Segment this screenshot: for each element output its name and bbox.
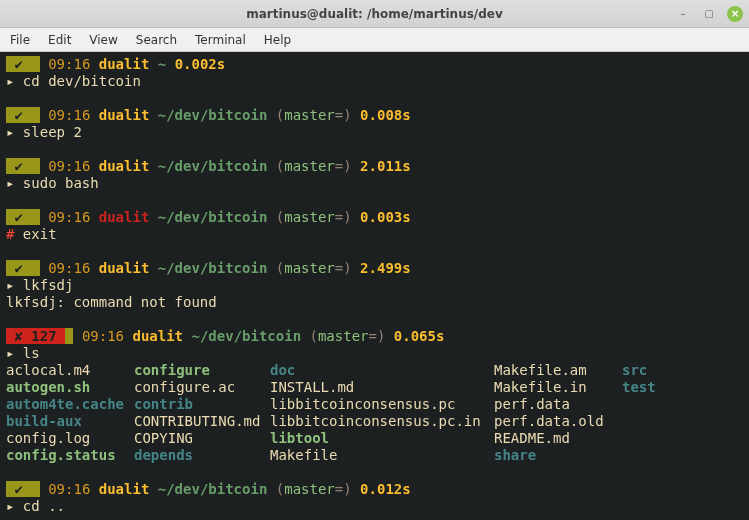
menu-help[interactable]: Help bbox=[264, 33, 291, 47]
command-line: ▸ sudo bash bbox=[6, 175, 743, 192]
minimize-button[interactable]: – bbox=[675, 6, 691, 22]
maximize-button[interactable]: ▢ bbox=[701, 6, 717, 22]
ls-cell: perf.data.old bbox=[494, 413, 622, 430]
ls-cell: share bbox=[494, 447, 622, 464]
ls-cell: Makefile.am bbox=[494, 362, 622, 379]
ls-cell bbox=[622, 447, 682, 464]
prompt-line: ✔ 09:16 dualit ~/dev/bitcoin (master=) 2… bbox=[6, 260, 743, 277]
ls-cell: config.log bbox=[6, 430, 134, 447]
ls-cell: doc bbox=[270, 362, 494, 379]
command-line: ▸ sleep 2 bbox=[6, 124, 743, 141]
ls-cell: libbitcoinconsensus.pc.in bbox=[270, 413, 494, 430]
ls-cell: test bbox=[622, 379, 682, 396]
ls-cell bbox=[622, 396, 682, 413]
ls-cell: depends bbox=[134, 447, 270, 464]
ls-cell: CONTRIBUTING.md bbox=[134, 413, 270, 430]
prompt-line: ✔ 09:16 dualit ~/dev/bitcoin (master=) 0… bbox=[6, 209, 743, 226]
menu-file[interactable]: File bbox=[10, 33, 30, 47]
prompt-line: ✔ 09:16 dualit ~/dev/bitcoin (master=) 0… bbox=[6, 107, 743, 124]
prompt-line: ✔ 09:16 dualit ~ 0.002s bbox=[6, 56, 743, 73]
ls-cell: configure bbox=[134, 362, 270, 379]
ls-cell: autogen.sh bbox=[6, 379, 134, 396]
command-line: ▸ lkfsdj bbox=[6, 277, 743, 294]
menu-view[interactable]: View bbox=[89, 33, 117, 47]
ls-cell: config.status bbox=[6, 447, 134, 464]
prompt-line: ✔ 09:16 dualit ~/dev/bitcoin (master=) 2… bbox=[6, 158, 743, 175]
ls-cell: README.md bbox=[494, 430, 622, 447]
blank-line bbox=[6, 243, 743, 260]
menu-terminal[interactable]: Terminal bbox=[195, 33, 246, 47]
ls-cell: perf.data bbox=[494, 396, 622, 413]
ls-row: build-auxCONTRIBUTING.mdlibbitcoinconsen… bbox=[6, 413, 743, 430]
command-line: # exit bbox=[6, 226, 743, 243]
ls-cell bbox=[622, 413, 682, 430]
ls-cell: build-aux bbox=[6, 413, 134, 430]
command-line: ▸ cd dev/bitcoin bbox=[6, 73, 743, 90]
ls-cell: Makefile.in bbox=[494, 379, 622, 396]
ls-row: config.logCOPYINGlibtoolREADME.md bbox=[6, 430, 743, 447]
command-line: ▸ ls bbox=[6, 345, 743, 362]
ls-row: autogen.shconfigure.acINSTALL.mdMakefile… bbox=[6, 379, 743, 396]
ls-cell: src bbox=[622, 362, 682, 379]
close-button[interactable]: × bbox=[727, 6, 743, 22]
menubar: File Edit View Search Terminal Help bbox=[0, 28, 749, 52]
ls-cell: libtool bbox=[270, 430, 494, 447]
prompt-line: ✘ 127 09:16 dualit ~/dev/bitcoin (master… bbox=[6, 328, 743, 345]
command-line: ▸ cd .. bbox=[6, 498, 743, 515]
ls-row: autom4te.cachecontriblibbitcoinconsensus… bbox=[6, 396, 743, 413]
ls-cell bbox=[622, 430, 682, 447]
ls-row: aclocal.m4configuredocMakefile.amsrc bbox=[6, 362, 743, 379]
ls-cell: libbitcoinconsensus.pc bbox=[270, 396, 494, 413]
blank-line bbox=[6, 192, 743, 209]
blank-line bbox=[6, 311, 743, 328]
ls-row: config.statusdependsMakefileshare bbox=[6, 447, 743, 464]
ls-cell: INSTALL.md bbox=[270, 379, 494, 396]
ls-cell: aclocal.m4 bbox=[6, 362, 134, 379]
blank-line bbox=[6, 141, 743, 158]
ls-cell: configure.ac bbox=[134, 379, 270, 396]
ls-cell: Makefile bbox=[270, 447, 494, 464]
prompt-line: ✔ 09:16 dualit ~/dev/bitcoin (master=) 0… bbox=[6, 481, 743, 498]
menu-search[interactable]: Search bbox=[136, 33, 177, 47]
window-controls: – ▢ × bbox=[675, 6, 743, 22]
menu-edit[interactable]: Edit bbox=[48, 33, 71, 47]
command-output: lkfsdj: command not found bbox=[6, 294, 743, 311]
ls-cell: autom4te.cache bbox=[6, 396, 134, 413]
titlebar: martinus@dualit: /home/martinus/dev – ▢ … bbox=[0, 0, 749, 28]
ls-cell: contrib bbox=[134, 396, 270, 413]
blank-line bbox=[6, 90, 743, 107]
ls-cell: COPYING bbox=[134, 430, 270, 447]
terminal-output[interactable]: ✔ 09:16 dualit ~ 0.002s▸ cd dev/bitcoin … bbox=[0, 52, 749, 520]
window-title: martinus@dualit: /home/martinus/dev bbox=[246, 7, 503, 21]
blank-line bbox=[6, 464, 743, 481]
